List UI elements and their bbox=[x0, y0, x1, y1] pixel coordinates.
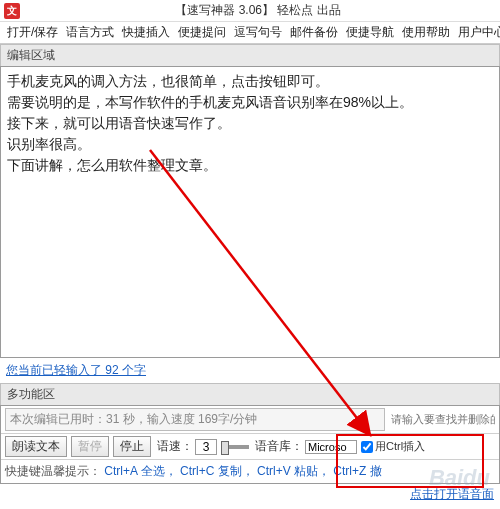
multi-panel-label: 多功能区 bbox=[0, 383, 500, 405]
menu-punctuation[interactable]: 逗写句号 bbox=[231, 24, 285, 41]
tips-prefix: 快捷键温馨提示： bbox=[5, 464, 101, 478]
menu-user-center[interactable]: 用户中心 bbox=[455, 24, 500, 41]
speed-input[interactable] bbox=[195, 439, 217, 455]
ctrl-insert-check[interactable] bbox=[361, 441, 373, 453]
title-bar: 文 【速写神器 3.06】 轻松点 出品 bbox=[0, 0, 500, 22]
pause-button[interactable]: 暂停 bbox=[71, 436, 109, 457]
typing-speed-display: 本次编辑已用时：31 秒，输入速度 169字/分钟 bbox=[5, 408, 385, 431]
menu-nav[interactable]: 便捷导航 bbox=[343, 24, 397, 41]
read-text-button[interactable]: 朗读文本 bbox=[5, 436, 67, 457]
shortcut-tips: 快捷键温馨提示： Ctrl+A 全选， Ctrl+C 复制， Ctrl+V 粘贴… bbox=[1, 459, 499, 483]
menu-quick-insert[interactable]: 快捷插入 bbox=[119, 24, 173, 41]
app-icon: 文 bbox=[4, 3, 20, 19]
ctrl-insert-checkbox[interactable]: 用Ctrl插入 bbox=[361, 439, 425, 454]
multi-panel: 本次编辑已用时：31 秒，输入速度 169字/分钟 请输入要查找并删除的 朗读文… bbox=[0, 405, 500, 484]
menu-question[interactable]: 便捷提问 bbox=[175, 24, 229, 41]
menu-bar: 打开/保存 语言方式 快捷插入 便捷提问 逗写句号 邮件备份 便捷导航 使用帮助… bbox=[0, 22, 500, 44]
editor-panel-label: 编辑区域 bbox=[0, 44, 500, 66]
editor-line: 手机麦克风的调入方法，也很简单，点击按钮即可。 bbox=[7, 71, 493, 92]
tips-body: Ctrl+A 全选， Ctrl+C 复制， Ctrl+V 粘贴， Ctrl+Z … bbox=[104, 464, 381, 478]
editor-line: 识别率很高。 bbox=[7, 134, 493, 155]
stop-button[interactable]: 停止 bbox=[113, 436, 151, 457]
menu-mail-backup[interactable]: 邮件备份 bbox=[287, 24, 341, 41]
voicebank-select[interactable] bbox=[305, 440, 357, 454]
editor-line: 需要说明的是，本写作软件的手机麦克风语音识别率在98%以上。 bbox=[7, 92, 493, 113]
ctrl-insert-label: 用Ctrl插入 bbox=[375, 439, 425, 454]
editor-line: 下面讲解，怎么用软件整理文章。 bbox=[7, 155, 493, 176]
char-count-link[interactable]: 您当前已轻输入了 92 个字 bbox=[0, 358, 500, 383]
window-title: 【速写神器 3.06】 轻松点 出品 bbox=[20, 2, 496, 19]
speed-label: 语速： bbox=[157, 438, 193, 455]
menu-open-save[interactable]: 打开/保存 bbox=[4, 24, 61, 41]
speed-slider[interactable] bbox=[221, 445, 249, 449]
open-voice-panel-link[interactable]: 点击打开语音面 bbox=[410, 486, 494, 503]
voicebank-label: 语音库： bbox=[255, 438, 303, 455]
menu-help[interactable]: 使用帮助 bbox=[399, 24, 453, 41]
editor-area[interactable]: 手机麦克风的调入方法，也很简单，点击按钮即可。 需要说明的是，本写作软件的手机麦… bbox=[0, 66, 500, 358]
editor-line: 接下来，就可以用语音快速写作了。 bbox=[7, 113, 493, 134]
menu-language[interactable]: 语言方式 bbox=[63, 24, 117, 41]
search-delete-hint[interactable]: 请输入要查找并删除的 bbox=[385, 412, 495, 427]
